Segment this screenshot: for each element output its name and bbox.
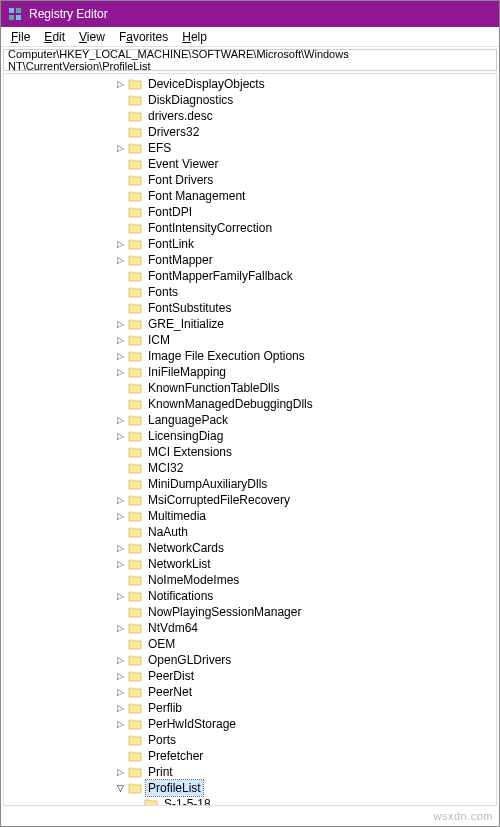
tree-item[interactable]: ▷Ports bbox=[4, 732, 496, 748]
tree-item-label: ProfileList bbox=[146, 780, 203, 796]
tree-item[interactable]: ▷MCI32 bbox=[4, 460, 496, 476]
tree-item[interactable]: ▷NowPlayingSessionManager bbox=[4, 604, 496, 620]
address-bar[interactable]: Computer\HKEY_LOCAL_MACHINE\SOFTWARE\Mic… bbox=[3, 49, 497, 71]
tree-item[interactable]: ▷FontMapper bbox=[4, 252, 496, 268]
tree-item-label: Image File Execution Options bbox=[146, 348, 307, 364]
tree-item[interactable]: ▷Font Drivers bbox=[4, 172, 496, 188]
expand-icon[interactable]: ▷ bbox=[114, 702, 126, 714]
tree-item[interactable]: ▷NoImeModeImes bbox=[4, 572, 496, 588]
menu-view[interactable]: View bbox=[73, 29, 111, 45]
tree-item[interactable]: ▷Perflib bbox=[4, 700, 496, 716]
tree-item[interactable]: ▽ProfileList bbox=[4, 780, 496, 796]
tree-item[interactable]: ▷FontIntensityCorrection bbox=[4, 220, 496, 236]
tree-item-label: NowPlayingSessionManager bbox=[146, 604, 303, 620]
tree-item[interactable]: ▷Print bbox=[4, 764, 496, 780]
expand-icon[interactable]: ▷ bbox=[114, 366, 126, 378]
expand-icon[interactable]: ▷ bbox=[114, 78, 126, 90]
tree-item[interactable]: ▷Prefetcher bbox=[4, 748, 496, 764]
tree-item-label: Multimedia bbox=[146, 508, 208, 524]
expand-icon[interactable]: ▷ bbox=[114, 622, 126, 634]
tree-item[interactable]: ▷OEM bbox=[4, 636, 496, 652]
expand-icon[interactable]: ▷ bbox=[114, 590, 126, 602]
tree-item[interactable]: ▷KnownFunctionTableDlls bbox=[4, 380, 496, 396]
tree-item[interactable]: ▷GRE_Initialize bbox=[4, 316, 496, 332]
expand-icon[interactable]: ▷ bbox=[114, 510, 126, 522]
expand-icon[interactable]: ▷ bbox=[114, 558, 126, 570]
expand-icon[interactable]: ▷ bbox=[114, 142, 126, 154]
tree-item-label: KnownManagedDebuggingDlls bbox=[146, 396, 315, 412]
tree-item[interactable]: ▷EFS bbox=[4, 140, 496, 156]
tree-item[interactable]: ▷Multimedia bbox=[4, 508, 496, 524]
menu-file[interactable]: File bbox=[5, 29, 36, 45]
tree-item[interactable]: ▷ICM bbox=[4, 332, 496, 348]
expand-icon[interactable]: ▷ bbox=[114, 686, 126, 698]
tree-item[interactable]: ▷MsiCorruptedFileRecovery bbox=[4, 492, 496, 508]
tree-item-label: Notifications bbox=[146, 588, 215, 604]
expand-icon[interactable]: ▷ bbox=[114, 414, 126, 426]
menu-help[interactable]: Help bbox=[176, 29, 213, 45]
tree-item[interactable]: ▷NtVdm64 bbox=[4, 620, 496, 636]
tree-item[interactable]: ▷PerHwIdStorage bbox=[4, 716, 496, 732]
expand-icon[interactable]: ▷ bbox=[114, 238, 126, 250]
expand-icon[interactable]: ▷ bbox=[114, 494, 126, 506]
tree-item-label: Font Drivers bbox=[146, 172, 215, 188]
tree-item[interactable]: ▷S-1-5-18 bbox=[4, 796, 496, 806]
expand-icon[interactable]: ▷ bbox=[114, 334, 126, 346]
expand-icon[interactable]: ▷ bbox=[114, 350, 126, 362]
tree-item[interactable]: ▷NetworkList bbox=[4, 556, 496, 572]
tree-item-label: IniFileMapping bbox=[146, 364, 228, 380]
tree-item[interactable]: ▷LicensingDiag bbox=[4, 428, 496, 444]
tree-item[interactable]: ▷Fonts bbox=[4, 284, 496, 300]
tree-item[interactable]: ▷FontDPI bbox=[4, 204, 496, 220]
tree-item[interactable]: ▷DeviceDisplayObjects bbox=[4, 76, 496, 92]
tree-item[interactable]: ▷Font Management bbox=[4, 188, 496, 204]
tree-item[interactable]: ▷FontMapperFamilyFallback bbox=[4, 268, 496, 284]
tree-item-label: ICM bbox=[146, 332, 172, 348]
tree-item-label: KnownFunctionTableDlls bbox=[146, 380, 281, 396]
expand-icon[interactable]: ▷ bbox=[114, 718, 126, 730]
tree-item[interactable]: ▷KnownManagedDebuggingDlls bbox=[4, 396, 496, 412]
tree-item-label: Event Viewer bbox=[146, 156, 220, 172]
tree-item-label: MCI32 bbox=[146, 460, 185, 476]
titlebar[interactable]: Registry Editor bbox=[1, 1, 499, 27]
tree-item[interactable]: ▷FontLink bbox=[4, 236, 496, 252]
collapse-icon[interactable]: ▽ bbox=[114, 782, 126, 794]
menu-favorites[interactable]: Favorites bbox=[113, 29, 174, 45]
expand-icon[interactable]: ▷ bbox=[114, 318, 126, 330]
tree-item[interactable]: ▷OpenGLDrivers bbox=[4, 652, 496, 668]
tree-item[interactable]: ▷PeerNet bbox=[4, 684, 496, 700]
tree-item[interactable]: ▷drivers.desc bbox=[4, 108, 496, 124]
tree-item-label: Ports bbox=[146, 732, 178, 748]
expand-icon[interactable]: ▷ bbox=[114, 654, 126, 666]
tree-item[interactable]: ▷Drivers32 bbox=[4, 124, 496, 140]
svg-rect-3 bbox=[16, 15, 21, 20]
tree-item[interactable]: ▷NaAuth bbox=[4, 524, 496, 540]
expand-icon[interactable]: ▷ bbox=[114, 766, 126, 778]
menu-edit[interactable]: Edit bbox=[38, 29, 71, 45]
expand-icon[interactable]: ▷ bbox=[114, 430, 126, 442]
tree-item[interactable]: ▷IniFileMapping bbox=[4, 364, 496, 380]
tree-item[interactable]: ▷Notifications bbox=[4, 588, 496, 604]
window-title: Registry Editor bbox=[29, 7, 108, 21]
tree-item-label: Prefetcher bbox=[146, 748, 205, 764]
tree-item[interactable]: ▷LanguagePack bbox=[4, 412, 496, 428]
expand-icon[interactable]: ▷ bbox=[114, 542, 126, 554]
expand-icon[interactable]: ▷ bbox=[114, 254, 126, 266]
tree-item[interactable]: ▷Event Viewer bbox=[4, 156, 496, 172]
tree-item[interactable]: ▷PeerDist bbox=[4, 668, 496, 684]
tree-item[interactable]: ▷Image File Execution Options bbox=[4, 348, 496, 364]
tree-item-label: PerHwIdStorage bbox=[146, 716, 238, 732]
tree-item[interactable]: ▷FontSubstitutes bbox=[4, 300, 496, 316]
tree-item[interactable]: ▷NetworkCards bbox=[4, 540, 496, 556]
tree-item-label: MiniDumpAuxiliaryDlls bbox=[146, 476, 269, 492]
tree-item[interactable]: ▷MiniDumpAuxiliaryDlls bbox=[4, 476, 496, 492]
tree-item-label: Font Management bbox=[146, 188, 247, 204]
tree-item-label: MsiCorruptedFileRecovery bbox=[146, 492, 292, 508]
tree-item[interactable]: ▷MCI Extensions bbox=[4, 444, 496, 460]
svg-rect-2 bbox=[9, 15, 14, 20]
expand-icon[interactable]: ▷ bbox=[114, 670, 126, 682]
tree-item-label: FontDPI bbox=[146, 204, 194, 220]
tree-item-label: FontMapper bbox=[146, 252, 215, 268]
tree-view[interactable]: ▷DeviceDisplayObjects▷DiskDiagnostics▷dr… bbox=[3, 73, 497, 806]
tree-item[interactable]: ▷DiskDiagnostics bbox=[4, 92, 496, 108]
